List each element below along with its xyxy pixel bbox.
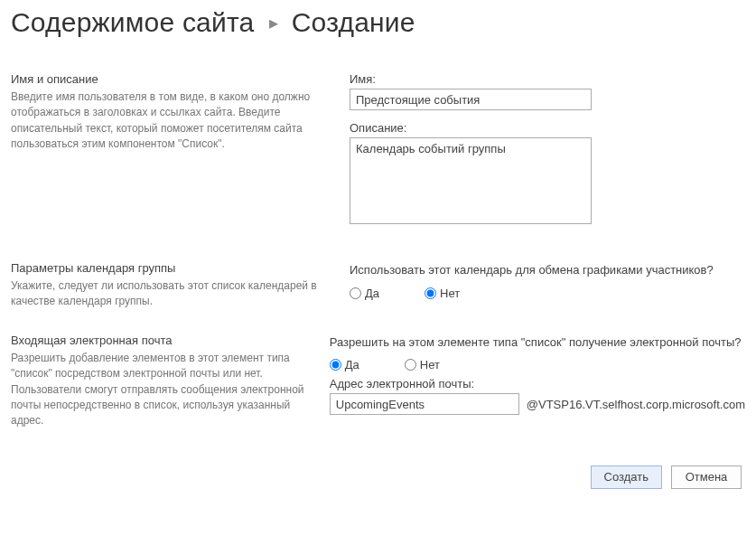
cancel-button[interactable]: Отмена xyxy=(671,465,742,489)
group-cal-radio-yes[interactable]: Да xyxy=(350,287,379,300)
email-radio-yes-input[interactable] xyxy=(330,359,341,371)
breadcrumb-current: Создание xyxy=(292,7,415,37)
description-label: Описание: xyxy=(350,121,745,135)
section-title-name: Имя и описание xyxy=(11,72,330,86)
email-addr-label: Адрес электронной почты: xyxy=(330,377,745,390)
email-question: Разрешить на этом элементе типа "список"… xyxy=(330,334,745,352)
group-cal-radio-yes-input[interactable] xyxy=(350,287,361,299)
section-desc-group-cal: Укажите, следует ли использовать этот сп… xyxy=(11,278,330,310)
group-cal-question: Использовать этот календарь для обмена г… xyxy=(350,261,745,279)
name-label: Имя: xyxy=(350,72,745,86)
radio-label-no: Нет xyxy=(440,287,460,300)
radio-label-yes: Да xyxy=(365,287,379,300)
section-desc-email: Разрешить добавление элементов в этот эл… xyxy=(11,351,310,429)
breadcrumb-parent[interactable]: Содержимое сайта xyxy=(11,7,254,37)
name-input[interactable] xyxy=(350,89,592,110)
description-textarea[interactable] xyxy=(350,137,592,224)
section-title-group-cal: Параметры календаря группы xyxy=(11,261,330,275)
radio-label-no: Нет xyxy=(420,358,440,371)
email-radio-yes[interactable]: Да xyxy=(330,358,359,371)
email-domain: @VTSP16.VT.selfhost.corp.microsoft.com xyxy=(527,398,745,411)
radio-label-yes: Да xyxy=(345,358,359,371)
section-desc-name: Введите имя пользователя в том виде, в к… xyxy=(11,89,330,153)
email-radio-no[interactable]: Нет xyxy=(405,358,440,371)
create-button[interactable]: Создать xyxy=(591,465,662,489)
chevron-right-icon: ▸ xyxy=(269,12,278,33)
email-radio-no-input[interactable] xyxy=(405,359,416,371)
email-addr-input[interactable] xyxy=(330,393,519,415)
breadcrumb: Содержимое сайта ▸ Создание xyxy=(11,7,745,38)
group-cal-radio-no-input[interactable] xyxy=(425,287,436,299)
group-cal-radio-no[interactable]: Нет xyxy=(425,287,460,300)
section-title-email: Входящая электронная почта xyxy=(11,334,310,347)
